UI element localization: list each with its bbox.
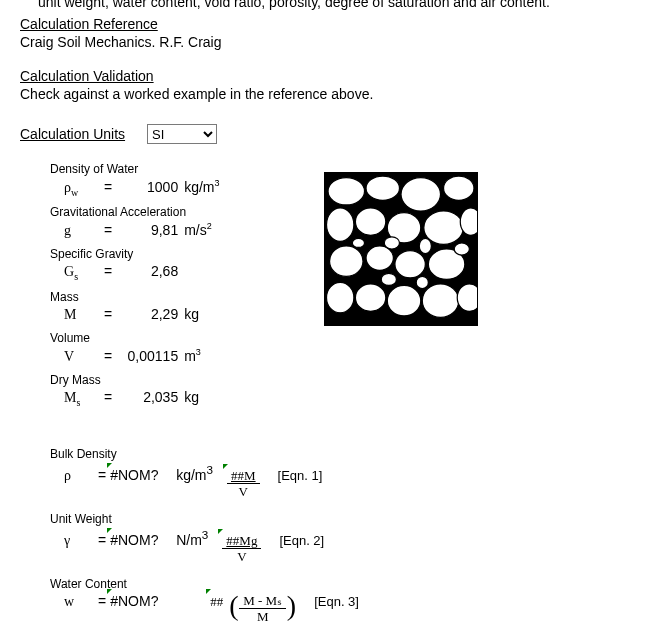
value-bulk-density[interactable]: #NOM?	[110, 467, 170, 483]
svg-point-10	[330, 246, 363, 276]
label-unit-weight: Unit Weight	[50, 512, 626, 526]
row-water-content: w = #NOM? ## M - Mₛ M [Eqn. 3]	[64, 593, 626, 623]
svg-point-3	[401, 178, 441, 211]
label-water-content: Water Content	[50, 577, 626, 591]
svg-point-23	[416, 276, 428, 288]
formula-water-content[interactable]: ## M - Mₛ M	[210, 594, 286, 623]
calc-reference-text: Craig Soil Mechanics. R.F. Craig	[20, 34, 626, 50]
svg-point-21	[352, 238, 364, 247]
svg-point-24	[454, 243, 469, 255]
value-grav-accel: 9,81	[116, 222, 178, 238]
value-spec-grav: 2,68	[116, 263, 178, 279]
row-volume: V = 0,00115 m3	[64, 347, 626, 365]
units-select[interactable]: SI	[147, 124, 217, 144]
svg-point-14	[327, 282, 354, 312]
heading-calc-units: Calculation Units	[20, 126, 125, 142]
label-dry-mass: Dry Mass	[50, 373, 626, 387]
svg-point-5	[327, 208, 354, 241]
formula-bulk-density[interactable]: ##M V	[227, 469, 260, 498]
eqn-ref-2: [Eqn. 2]	[279, 533, 324, 548]
value-unit-weight[interactable]: #NOM?	[110, 532, 170, 548]
svg-point-4	[444, 176, 474, 200]
row-bulk-density: ρ = #NOM? kg/m3 ##M V [Eqn. 1]	[64, 463, 626, 498]
heading-calc-reference: Calculation Reference	[20, 16, 626, 32]
svg-point-17	[422, 284, 458, 317]
eqn-ref-1: [Eqn. 1]	[278, 468, 323, 483]
value-volume: 0,00115	[116, 348, 178, 364]
svg-point-22	[381, 273, 396, 285]
svg-point-15	[355, 284, 385, 311]
svg-point-9	[460, 208, 477, 235]
svg-point-6	[355, 208, 385, 235]
svg-point-2	[366, 176, 399, 200]
formula-unit-weight[interactable]: ##Mg V	[222, 534, 261, 563]
value-water-content[interactable]: #NOM?	[110, 593, 170, 609]
row-unit-weight: γ = #NOM? N/m3 ##Mg V [Eqn. 2]	[64, 528, 626, 563]
svg-point-1	[328, 178, 364, 205]
svg-point-19	[384, 237, 399, 249]
eqn-ref-3: [Eqn. 3]	[314, 594, 359, 609]
value-density-water: 1000	[116, 179, 178, 195]
svg-point-16	[387, 285, 420, 315]
heading-calc-validation: Calculation Validation	[20, 68, 626, 84]
row-dry-mass: Ms = 2,035 kg	[64, 389, 626, 408]
calc-validation-text: Check against a worked example in the re…	[20, 86, 626, 102]
label-volume: Volume	[50, 331, 626, 345]
truncated-description: unit weight, water content, void ratio, …	[20, 0, 626, 10]
soil-particle-diagram	[324, 172, 478, 326]
svg-point-20	[419, 238, 431, 253]
svg-point-11	[366, 246, 393, 270]
svg-point-12	[395, 251, 425, 278]
value-mass: 2,29	[116, 306, 178, 322]
svg-point-8	[424, 211, 464, 244]
svg-point-18	[457, 284, 477, 311]
value-dry-mass: 2,035	[116, 389, 178, 405]
label-bulk-density: Bulk Density	[50, 447, 626, 461]
